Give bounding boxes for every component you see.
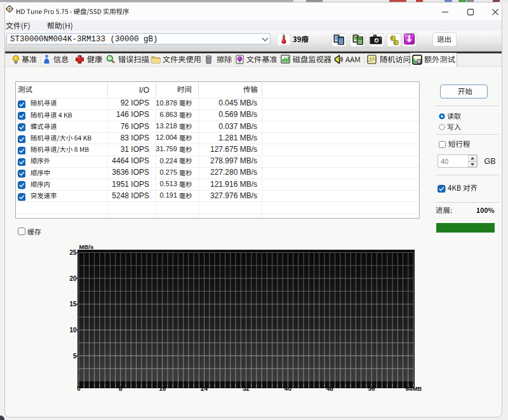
svg-text:48: 48	[326, 385, 334, 392]
svg-text:40: 40	[284, 385, 292, 392]
svg-text:32: 32	[243, 385, 250, 392]
svg-text:15: 15	[69, 301, 77, 308]
svg-text:20: 20	[69, 275, 77, 282]
svg-text:MB/s: MB/s	[79, 243, 94, 250]
svg-text:56: 56	[368, 385, 376, 392]
svg-text:24: 24	[201, 385, 208, 392]
svg-text:64MB: 64MB	[406, 385, 422, 392]
svg-text:16: 16	[159, 385, 166, 392]
svg-text:0: 0	[77, 385, 81, 392]
svg-text:10: 10	[69, 327, 77, 334]
svg-text:8: 8	[119, 385, 123, 392]
svg-text:5: 5	[73, 353, 77, 360]
svg-text:25: 25	[69, 249, 77, 256]
